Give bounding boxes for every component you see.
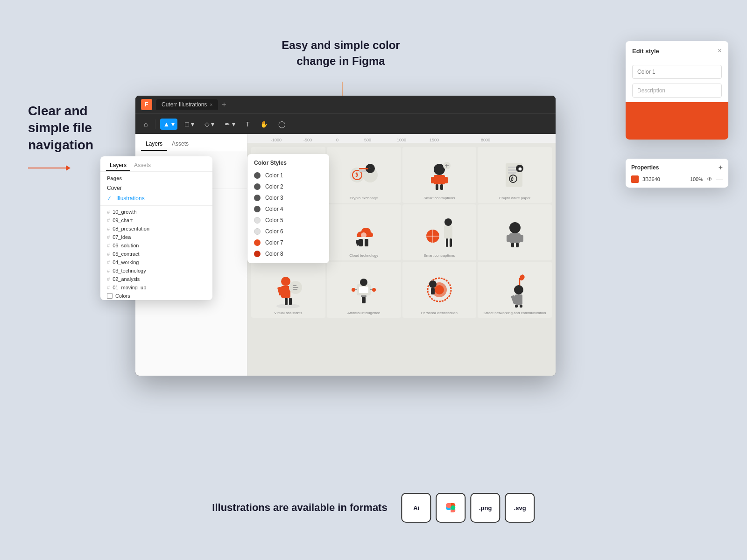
color-label-5: Color 5 (265, 217, 283, 224)
color-dot-6 (254, 228, 261, 235)
toolbar-home-btn[interactable]: ⌂ (141, 119, 150, 130)
layers-item-colors[interactable]: Colors (100, 292, 212, 300)
edit-style-description-input[interactable]: Description (632, 84, 722, 98)
illus-label-cloud-tech: Cloud technology (349, 253, 378, 258)
illus-cell-crypto-exchange: ₿ ↑ Crypto exchange (327, 147, 401, 203)
layers-item-01-moving-up-label: 01_moving_up (113, 285, 146, 290)
layers-page-illustrations[interactable]: ✓ Illustrations (100, 193, 212, 203)
layers-item-03-technology[interactable]: # 03_technology (100, 266, 212, 275)
svg-text:↑: ↑ (369, 166, 371, 171)
layers-item-01-moving-up[interactable]: # 01_moving_up (100, 283, 212, 292)
layers-page-check-icon: ✓ (107, 195, 112, 202)
illus-cell-smart-contraptions-1: Smart contraptions (402, 147, 477, 203)
svg-point-44 (361, 232, 366, 238)
figma-titlebar: F Cuterr Illustrations × + (135, 96, 556, 113)
toolbar-select-btn[interactable]: ▲ ▾ (160, 119, 177, 130)
svg-point-90 (451, 505, 456, 510)
format-badge-ai: Ai (402, 493, 431, 523)
figma-tab-close-icon[interactable]: × (210, 102, 212, 107)
layers-item-06-solution[interactable]: # 06_solution (100, 241, 212, 250)
illus-label-ai: Artificial intelligence (347, 311, 380, 315)
layers-item-07-idea[interactable]: # 07_idea (100, 233, 212, 241)
layers-item-02-analysis-label: 02_analysis (113, 276, 140, 282)
figma-tab[interactable]: Cuterr Illustrations × (156, 99, 218, 110)
svg-rect-48 (444, 225, 452, 238)
property-color-swatch[interactable] (631, 175, 639, 183)
properties-add-button[interactable]: + (719, 163, 723, 172)
format-png-label: .png (479, 504, 492, 511)
edit-style-desc-placeholder: Description (637, 87, 665, 94)
svg-rect-17 (359, 170, 366, 172)
color-item-6[interactable]: Color 6 (247, 226, 329, 237)
color-label-4: Color 4 (265, 206, 283, 212)
illus-label-personal-id: Personal identification (421, 311, 458, 315)
layers-tab-layers[interactable]: Layers (106, 160, 130, 171)
toolbar-frame-btn[interactable]: □ ▾ (182, 119, 197, 130)
svg-point-85 (514, 285, 523, 294)
svg-text:₿: ₿ (355, 172, 358, 177)
format-badges: Ai .png .svg (402, 493, 535, 523)
figma-tab-add-icon[interactable]: + (222, 100, 226, 109)
layers-item-04-working-label: 04_working (113, 259, 139, 265)
color-dot-4 (254, 206, 261, 212)
color-label-8: Color 8 (265, 251, 283, 257)
toolbar-shape-btn[interactable]: ◇ ▾ (202, 119, 218, 130)
property-minus-button[interactable]: — (716, 175, 723, 183)
properties-panel: Properties + 3B3640 100% 👁 — (626, 159, 728, 188)
color-item-4[interactable]: Color 4 (247, 203, 329, 215)
layers-item-05-contract[interactable]: # 05_contract (100, 250, 212, 258)
svg-rect-23 (440, 184, 443, 190)
layers-item-colors-label: Colors (115, 293, 130, 299)
layers-item-04-working[interactable]: # 04_working (100, 258, 212, 266)
color-item-7[interactable]: Color 7 (247, 237, 329, 248)
sidebar-tab-layers[interactable]: Layers (141, 138, 167, 151)
color-dot-1 (254, 172, 261, 179)
layers-item-06-solution-label: 06_solution (113, 243, 139, 248)
property-row: 3B3640 100% 👁 — (631, 175, 723, 183)
color-item-3[interactable]: Color 3 (247, 192, 329, 203)
left-title: Clear and simple file navigation (28, 103, 121, 154)
layers-item-03-technology-label: 03_technology (113, 268, 146, 273)
layers-tab-assets[interactable]: Assets (130, 160, 155, 171)
layers-item-07-idea-label: 07_idea (113, 234, 131, 240)
svg-rect-72 (359, 287, 368, 293)
figma-icon (444, 501, 458, 515)
color-item-8[interactable]: Color 8 (247, 248, 329, 259)
illus-label-smart-contraptions-2: Smart contraptions (423, 253, 455, 258)
layers-item-09-chart-label: 09_chart (113, 217, 133, 223)
svg-rect-22 (436, 184, 438, 190)
svg-rect-59 (511, 243, 514, 247)
illus-cell-crypto-white: ₿ ⬢ Crypto white paper (478, 147, 552, 203)
color-item-1[interactable]: Color 1 (247, 170, 329, 181)
svg-rect-50 (446, 238, 448, 247)
figma-tab-name: Cuterr Illustrations (162, 101, 207, 108)
color-label-6: Color 6 (265, 228, 283, 235)
illus-cell-cloud-tech: Cloud technology (327, 204, 401, 260)
layers-item-09-chart[interactable]: # 09_chart (100, 216, 212, 224)
sidebar-tab-assets[interactable]: Assets (167, 138, 193, 151)
property-eye-icon[interactable]: 👁 (707, 176, 712, 182)
layers-item-10-growth[interactable]: # 10_growth (100, 208, 212, 216)
illus-label-virtual-assistants: Virtual assistants (274, 311, 302, 315)
color-item-5[interactable]: Color 5 (247, 215, 329, 226)
toolbar-hand-btn[interactable]: ✋ (257, 119, 271, 130)
canvas-ruler: -1000 -500 0 500 1000 1500 8000 (247, 134, 556, 143)
svg-point-83 (429, 280, 437, 288)
edit-style-color-swatch[interactable] (626, 102, 728, 140)
edit-style-name-input[interactable] (632, 65, 722, 79)
layers-page-illustrations-label: Illustrations (116, 195, 145, 202)
svg-rect-20 (431, 177, 435, 183)
svg-point-77 (372, 288, 376, 292)
color-item-2[interactable]: Color 2 (247, 181, 329, 192)
toolbar-pen-btn[interactable]: ✒ ▾ (222, 119, 238, 130)
edit-style-close-button[interactable]: × (718, 47, 722, 55)
arrow-line (28, 168, 70, 168)
toolbar-comment-btn[interactable]: ◯ (275, 119, 289, 130)
color-dot-5 (254, 217, 261, 224)
layers-item-02-analysis[interactable]: # 02_analysis (100, 275, 212, 283)
layers-page-cover[interactable]: Cover (100, 183, 212, 193)
bottom-text: Illustrations are available in formats (212, 501, 387, 515)
color-label-3: Color 3 (265, 195, 283, 201)
toolbar-text-btn[interactable]: T (243, 119, 253, 130)
layers-item-08-presentation[interactable]: # 08_presentation (100, 224, 212, 233)
